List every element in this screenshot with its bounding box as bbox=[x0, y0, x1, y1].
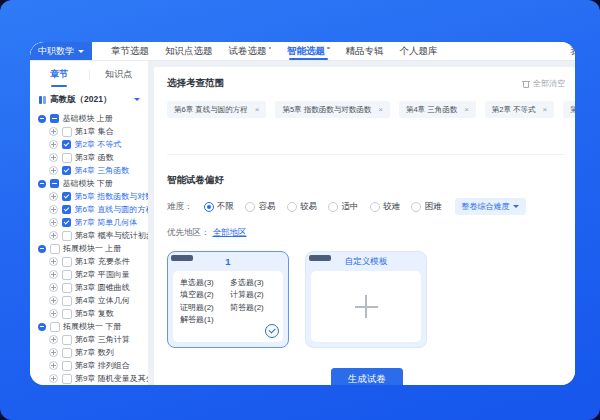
checkbox-unchecked[interactable] bbox=[62, 374, 72, 384]
expand-icon[interactable] bbox=[49, 257, 58, 266]
radio-difficulty-medium[interactable]: 适中 bbox=[328, 201, 359, 213]
checkbox-unchecked[interactable] bbox=[62, 257, 72, 267]
remove-tag-icon[interactable]: × bbox=[255, 106, 260, 114]
tree-item[interactable]: 第2章 平面向量 bbox=[30, 268, 148, 281]
expand-icon[interactable] bbox=[49, 140, 58, 149]
expand-icon[interactable] bbox=[49, 218, 58, 227]
checkbox-checked[interactable] bbox=[62, 192, 72, 202]
checkbox-checked[interactable] bbox=[62, 140, 72, 150]
tab-premium-albums[interactable]: 精品专辑 bbox=[346, 42, 384, 60]
edition-selector[interactable]: 高教版（2021） bbox=[30, 88, 148, 111]
expand-icon[interactable] bbox=[49, 361, 58, 370]
checkbox-checked[interactable] bbox=[62, 218, 72, 228]
tree-item[interactable]: 拓展模块一 上册 bbox=[30, 242, 148, 255]
checkbox-unchecked[interactable] bbox=[62, 361, 72, 371]
remove-tag-icon[interactable]: × bbox=[378, 106, 383, 114]
tree-item[interactable]: 第5章 指数函数与对数函数 bbox=[30, 190, 148, 203]
tab-smart-select[interactable]: 智能选题 bbox=[287, 42, 330, 60]
expand-icon[interactable] bbox=[49, 127, 58, 136]
tree-item[interactable]: 第8章 排列组合 bbox=[30, 359, 148, 372]
region-link[interactable]: 全部地区 bbox=[213, 227, 247, 239]
scope-tag[interactable]: 第2章 不等式 × bbox=[485, 101, 554, 118]
scope-tag[interactable]: 第6章 直线与圆的方程 × bbox=[167, 101, 266, 118]
tree-item[interactable]: 基础模块 下册 bbox=[30, 177, 148, 190]
expand-icon[interactable] bbox=[49, 283, 58, 292]
checkbox-unchecked[interactable] bbox=[62, 348, 72, 358]
checkbox-unchecked[interactable] bbox=[62, 309, 72, 319]
radio-difficulty-hard[interactable]: 困难 bbox=[411, 201, 442, 213]
generate-paper-button[interactable]: 生成试卷 bbox=[331, 368, 403, 385]
template-card-1[interactable]: 1 单选题(3) 多选题(3) 填空题(2) 计算题(2) 证明题(2) 简答题… bbox=[167, 251, 289, 348]
radio-difficulty-harder[interactable]: 较难 bbox=[370, 201, 401, 213]
expand-icon[interactable] bbox=[49, 231, 58, 240]
tree-item[interactable]: 第1章 集合 bbox=[30, 125, 148, 138]
checkbox-unchecked[interactable] bbox=[50, 244, 60, 254]
expand-icon[interactable] bbox=[49, 374, 58, 383]
content-area: 章节 知识点 高教版（2021） 基础模块 上册 bbox=[30, 61, 575, 385]
tree-item[interactable]: 第3章 圆锥曲线 bbox=[30, 281, 148, 294]
overall-difficulty-dropdown[interactable]: 整卷综合难度 bbox=[455, 198, 526, 215]
collapse-icon[interactable] bbox=[38, 115, 46, 123]
tree-item[interactable]: 第8章 概率与统计初步 bbox=[30, 229, 148, 242]
checkbox-unchecked[interactable] bbox=[62, 296, 72, 306]
expand-icon[interactable] bbox=[49, 296, 58, 305]
expand-icon[interactable] bbox=[49, 309, 58, 318]
tab-personal-bank[interactable]: 个人题库 bbox=[400, 42, 438, 60]
tree-item-label: 第7章 数列 bbox=[75, 347, 114, 358]
tab-paper-select[interactable]: 试卷选题 bbox=[229, 42, 272, 60]
scope-tag[interactable]: 第4章 三角函数 × bbox=[399, 101, 476, 118]
radio-label: 不限 bbox=[217, 201, 234, 213]
tab-chapter-select[interactable]: 章节选题 bbox=[111, 42, 149, 60]
tab-knowledge-select[interactable]: 知识点选题 bbox=[165, 42, 213, 60]
course-selector[interactable]: 中职数学 bbox=[30, 42, 92, 60]
tree-item[interactable]: 第2章 不等式 bbox=[30, 138, 148, 151]
checkbox-checked[interactable] bbox=[62, 205, 72, 215]
tree-item[interactable]: 第9章 随机变量及其分布 bbox=[30, 372, 148, 385]
remove-tag-icon[interactable]: × bbox=[543, 106, 548, 114]
expand-icon[interactable] bbox=[49, 192, 58, 201]
nav-tabs: 章节选题 知识点选题 试卷选题 智能选题 精品专辑 个人题库 bbox=[111, 42, 438, 60]
remove-tag-icon[interactable]: × bbox=[464, 106, 469, 114]
collapse-icon[interactable] bbox=[38, 245, 46, 253]
checkbox-indeterminate[interactable] bbox=[50, 179, 60, 189]
nav-right-partial[interactable]: 我 bbox=[571, 42, 576, 60]
checkbox-unchecked[interactable] bbox=[62, 231, 72, 241]
tree-item[interactable]: 第1章 充要条件 bbox=[30, 255, 148, 268]
tree-item[interactable]: 第6章 直线与圆的方程 bbox=[30, 203, 148, 216]
tree-item[interactable]: 第6章 三角计算 bbox=[30, 333, 148, 346]
expand-icon[interactable] bbox=[49, 335, 58, 344]
tree-item[interactable]: 第7章 数列 bbox=[30, 346, 148, 359]
collapse-icon[interactable] bbox=[38, 180, 46, 188]
tree-item[interactable]: 基础模块 上册 bbox=[30, 112, 148, 125]
tree-item[interactable]: 第7章 简单几何体 bbox=[30, 216, 148, 229]
tree-item[interactable]: 第3章 函数 bbox=[30, 151, 148, 164]
expand-icon[interactable] bbox=[49, 270, 58, 279]
expand-icon[interactable] bbox=[49, 348, 58, 357]
tree-item[interactable]: 第4章 立体几何 bbox=[30, 294, 148, 307]
radio-difficulty-easy[interactable]: 容易 bbox=[245, 201, 276, 213]
expand-icon[interactable] bbox=[49, 153, 58, 162]
checkbox-unchecked[interactable] bbox=[62, 153, 72, 163]
checkbox-unchecked[interactable] bbox=[62, 270, 72, 280]
checkbox-indeterminate[interactable] bbox=[50, 114, 60, 124]
tree-item-label: 拓展模块一 上册 bbox=[63, 243, 121, 254]
sidebar-tab-chapters[interactable]: 章节 bbox=[30, 61, 89, 88]
checkbox-unchecked[interactable] bbox=[50, 322, 60, 332]
radio-difficulty-easier[interactable]: 较易 bbox=[287, 201, 318, 213]
radio-difficulty-any[interactable]: 不限 bbox=[204, 201, 235, 213]
expand-icon[interactable] bbox=[49, 166, 58, 175]
scope-tag[interactable]: 第5章 指数函数与对数函数 × bbox=[275, 101, 389, 118]
template-card-custom[interactable]: 自定义模板 bbox=[305, 251, 427, 348]
checkbox-checked[interactable] bbox=[62, 166, 72, 176]
tree-item[interactable]: 第5章 复数 bbox=[30, 307, 148, 320]
collapse-icon[interactable] bbox=[38, 323, 46, 331]
clear-all-button[interactable]: 全部清空 bbox=[522, 78, 565, 89]
checkbox-unchecked[interactable] bbox=[62, 127, 72, 137]
tree-item[interactable]: 拓展模块一 下册 bbox=[30, 320, 148, 333]
sidebar-tab-knowledge[interactable]: 知识点 bbox=[90, 61, 149, 88]
checkbox-unchecked[interactable] bbox=[62, 283, 72, 293]
expand-icon[interactable] bbox=[49, 205, 58, 214]
tree-item[interactable]: 第4章 三角函数 bbox=[30, 164, 148, 177]
checkbox-unchecked[interactable] bbox=[62, 335, 72, 345]
scope-tag[interactable]: 第7章 简单几何体 × bbox=[563, 101, 575, 118]
